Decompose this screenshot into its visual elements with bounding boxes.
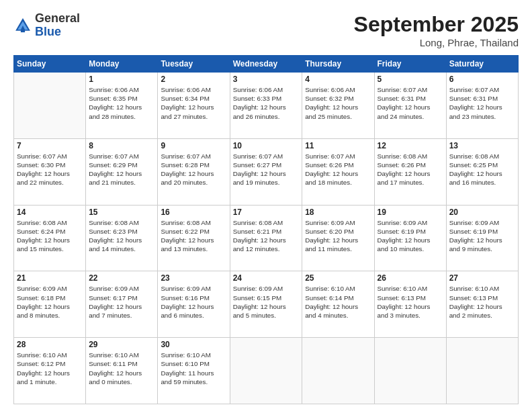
day-info: Sunrise: 6:06 AMSunset: 6:34 PMDaylight:… [161,85,226,121]
calendar-cell: 26Sunrise: 6:10 AMSunset: 6:13 PMDayligh… [374,271,446,338]
day-info: Sunrise: 6:09 AMSunset: 6:19 PMDaylight:… [449,218,515,254]
day-info: Sunrise: 6:07 AMSunset: 6:31 PMDaylight:… [449,85,515,121]
logo-blue-text: Blue [35,26,80,39]
calendar-cell: 2Sunrise: 6:06 AMSunset: 6:34 PMDaylight… [158,73,230,139]
logo-text: General Blue [35,12,80,39]
day-number: 3 [233,75,300,84]
header: General Blue September 2025 Long, Phrae,… [13,12,519,48]
day-info: Sunrise: 6:09 AMSunset: 6:16 PMDaylight:… [161,284,226,320]
day-info: Sunrise: 6:08 AMSunset: 6:22 PMDaylight:… [161,218,226,254]
weekday-header-sunday: Sunday [14,56,86,73]
calendar-cell [302,338,374,404]
calendar-cell: 10Sunrise: 6:07 AMSunset: 6:27 PMDayligh… [230,138,302,205]
day-number: 10 [233,141,300,150]
day-info: Sunrise: 6:08 AMSunset: 6:24 PMDaylight:… [17,218,83,254]
day-info: Sunrise: 6:09 AMSunset: 6:20 PMDaylight:… [305,218,371,254]
day-info: Sunrise: 6:07 AMSunset: 6:28 PMDaylight:… [161,152,226,187]
calendar-week-4: 21Sunrise: 6:09 AMSunset: 6:18 PMDayligh… [14,271,519,338]
day-info: Sunrise: 6:07 AMSunset: 6:30 PMDaylight:… [17,152,83,187]
day-info: Sunrise: 6:07 AMSunset: 6:29 PMDaylight:… [89,152,154,187]
calendar-cell: 20Sunrise: 6:09 AMSunset: 6:19 PMDayligh… [446,205,518,271]
calendar-cell: 16Sunrise: 6:08 AMSunset: 6:22 PMDayligh… [158,205,230,271]
calendar-cell: 1Sunrise: 6:06 AMSunset: 6:35 PMDaylight… [86,73,158,139]
calendar-cell [14,73,86,139]
calendar-cell: 17Sunrise: 6:08 AMSunset: 6:21 PMDayligh… [230,205,302,271]
calendar-week-3: 14Sunrise: 6:08 AMSunset: 6:24 PMDayligh… [14,205,519,271]
day-info: Sunrise: 6:09 AMSunset: 6:19 PMDaylight:… [378,218,443,254]
day-info: Sunrise: 6:09 AMSunset: 6:17 PMDaylight:… [89,284,154,320]
day-number: 14 [17,208,83,217]
day-number: 13 [449,141,515,150]
day-info: Sunrise: 6:06 AMSunset: 6:32 PMDaylight:… [305,85,371,121]
calendar-cell: 25Sunrise: 6:10 AMSunset: 6:14 PMDayligh… [302,271,374,338]
calendar-cell: 14Sunrise: 6:08 AMSunset: 6:24 PMDayligh… [14,205,86,271]
day-info: Sunrise: 6:10 AMSunset: 6:14 PMDaylight:… [305,284,371,320]
calendar-cell: 19Sunrise: 6:09 AMSunset: 6:19 PMDayligh… [374,205,446,271]
day-number: 7 [17,141,83,150]
day-info: Sunrise: 6:08 AMSunset: 6:23 PMDaylight:… [89,218,154,254]
day-number: 23 [161,273,226,283]
day-number: 12 [378,141,443,150]
day-number: 2 [161,75,226,84]
calendar-cell: 13Sunrise: 6:08 AMSunset: 6:25 PMDayligh… [446,138,518,205]
calendar-cell: 8Sunrise: 6:07 AMSunset: 6:29 PMDaylight… [86,138,158,205]
day-number: 22 [89,273,154,283]
day-number: 6 [449,75,515,84]
weekday-header-monday: Monday [86,56,158,73]
calendar-cell: 15Sunrise: 6:08 AMSunset: 6:23 PMDayligh… [86,205,158,271]
day-number: 30 [161,340,226,349]
location-title: Long, Phrae, Thailand [354,37,519,48]
calendar-cell: 21Sunrise: 6:09 AMSunset: 6:18 PMDayligh… [14,271,86,338]
weekday-header-thursday: Thursday [302,56,374,73]
calendar-cell: 9Sunrise: 6:07 AMSunset: 6:28 PMDaylight… [158,138,230,205]
day-number: 9 [161,141,226,150]
calendar-cell: 12Sunrise: 6:08 AMSunset: 6:26 PMDayligh… [374,138,446,205]
day-number: 16 [161,208,226,217]
calendar-cell: 28Sunrise: 6:10 AMSunset: 6:12 PMDayligh… [14,338,86,404]
calendar-week-5: 28Sunrise: 6:10 AMSunset: 6:12 PMDayligh… [14,338,519,404]
weekday-header-row: SundayMondayTuesdayWednesdayThursdayFrid… [14,56,519,73]
day-info: Sunrise: 6:10 AMSunset: 6:12 PMDaylight:… [17,351,83,386]
day-number: 19 [378,208,443,217]
calendar-cell: 11Sunrise: 6:07 AMSunset: 6:26 PMDayligh… [302,138,374,205]
calendar-cell: 30Sunrise: 6:10 AMSunset: 6:10 PMDayligh… [158,338,230,404]
svg-rect-2 [21,30,25,32]
day-number: 29 [89,340,154,349]
weekday-header-friday: Friday [374,56,446,73]
calendar-header: SundayMondayTuesdayWednesdayThursdayFrid… [14,56,519,73]
weekday-header-wednesday: Wednesday [230,56,302,73]
calendar-cell: 23Sunrise: 6:09 AMSunset: 6:16 PMDayligh… [158,271,230,338]
calendar-cell: 7Sunrise: 6:07 AMSunset: 6:30 PMDaylight… [14,138,86,205]
day-number: 27 [449,273,515,283]
day-info: Sunrise: 6:09 AMSunset: 6:18 PMDaylight:… [17,284,83,320]
calendar-table: SundayMondayTuesdayWednesdayThursdayFrid… [13,55,519,404]
day-number: 18 [305,208,371,217]
month-title: September 2025 [354,12,519,37]
calendar-cell: 3Sunrise: 6:06 AMSunset: 6:33 PMDaylight… [230,73,302,139]
logo: General Blue [13,12,80,39]
calendar-cell: 24Sunrise: 6:09 AMSunset: 6:15 PMDayligh… [230,271,302,338]
logo-general-text: General [35,12,80,26]
day-info: Sunrise: 6:10 AMSunset: 6:11 PMDaylight:… [89,351,154,386]
calendar-cell: 27Sunrise: 6:10 AMSunset: 6:13 PMDayligh… [446,271,518,338]
day-number: 21 [17,273,83,283]
day-info: Sunrise: 6:07 AMSunset: 6:27 PMDaylight:… [233,152,300,187]
title-block: September 2025 Long, Phrae, Thailand [354,12,519,48]
calendar-cell: 5Sunrise: 6:07 AMSunset: 6:31 PMDaylight… [374,73,446,139]
day-number: 25 [305,273,371,283]
weekday-header-saturday: Saturday [446,56,518,73]
calendar-cell [446,338,518,404]
calendar-cell: 4Sunrise: 6:06 AMSunset: 6:32 PMDaylight… [302,73,374,139]
day-number: 5 [378,75,443,84]
day-info: Sunrise: 6:08 AMSunset: 6:25 PMDaylight:… [449,152,515,187]
day-number: 24 [233,273,300,283]
calendar-cell: 18Sunrise: 6:09 AMSunset: 6:20 PMDayligh… [302,205,374,271]
day-info: Sunrise: 6:10 AMSunset: 6:10 PMDaylight:… [161,351,226,386]
calendar-body: 1Sunrise: 6:06 AMSunset: 6:35 PMDaylight… [14,73,519,404]
day-info: Sunrise: 6:07 AMSunset: 6:26 PMDaylight:… [305,152,371,187]
day-info: Sunrise: 6:10 AMSunset: 6:13 PMDaylight:… [378,284,443,320]
day-number: 15 [89,208,154,217]
day-number: 1 [89,75,154,84]
day-info: Sunrise: 6:07 AMSunset: 6:31 PMDaylight:… [378,85,443,121]
day-info: Sunrise: 6:06 AMSunset: 6:35 PMDaylight:… [89,85,154,121]
